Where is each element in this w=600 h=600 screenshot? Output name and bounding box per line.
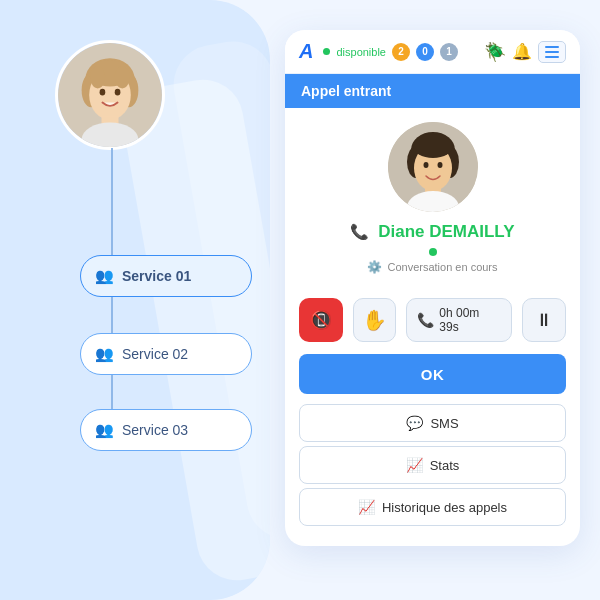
history-label: Historique des appels <box>382 500 507 515</box>
svg-point-11 <box>115 66 130 89</box>
appel-label: Appel entrant <box>301 83 391 99</box>
history-icon: 📈 <box>358 499 375 515</box>
conv-status-text: Conversation en cours <box>387 261 497 273</box>
menu-line-2 <box>545 51 559 53</box>
status-dot <box>323 48 330 55</box>
bell-icon[interactable]: 🔔 <box>512 42 532 61</box>
service-02-label: Service 02 <box>122 346 188 362</box>
hold-button[interactable]: ✋ <box>353 298 397 342</box>
hangup-button[interactable]: 📵 <box>299 298 343 342</box>
phone-widget: A disponible 2 0 1 🪲 🔔 Appel entrant <box>285 30 580 546</box>
menu-button[interactable] <box>538 41 566 63</box>
appel-bar: Appel entrant <box>285 74 580 108</box>
service-01-label: Service 01 <box>122 268 191 284</box>
history-button[interactable]: 📈 Historique des appels <box>299 488 566 526</box>
beetle-icon[interactable]: 🪲 <box>484 41 506 63</box>
menu-line-3 <box>545 56 559 58</box>
service-03[interactable]: 👥 Service 03 <box>80 409 252 451</box>
service-02[interactable]: 👥 Service 02 <box>80 333 252 375</box>
people-icon-2: 👥 <box>95 345 114 363</box>
pause-icon: ⏸ <box>535 310 553 331</box>
stats-icon: 📈 <box>406 457 423 473</box>
stats-button[interactable]: 📈 Stats <box>299 446 566 484</box>
timer-text: 0h 00m 39s <box>439 306 501 334</box>
svg-point-10 <box>90 66 105 89</box>
logo-letter: A <box>299 40 313 63</box>
sms-button[interactable]: 💬 SMS <box>299 404 566 442</box>
caller-name: 📞 Diane DEMAILLY <box>350 222 514 242</box>
spinner-icon: ⚙️ <box>367 260 382 274</box>
caller-name-text: Diane DEMAILLY <box>378 222 514 241</box>
hangup-icon: 📵 <box>310 309 332 331</box>
action-row: 📵 ✋ 📞 0h 00m 39s ⏸ <box>285 290 580 350</box>
avatar <box>55 40 165 150</box>
axialys-logo: A <box>299 40 313 63</box>
header-icons: 🪲 🔔 <box>484 41 566 63</box>
caller-avatar <box>388 122 478 212</box>
sms-label: SMS <box>430 416 458 431</box>
people-icon-3: 👥 <box>95 421 114 439</box>
caller-section: 📞 Diane DEMAILLY ⚙️ Conversation en cour… <box>285 108 580 290</box>
svg-point-17 <box>423 162 428 168</box>
svg-point-5 <box>100 89 106 96</box>
svg-point-21 <box>413 134 453 158</box>
timer-phone-icon: 📞 <box>417 312 434 328</box>
badge-blue: 0 <box>416 43 434 61</box>
svg-point-18 <box>437 162 442 168</box>
people-icon-1: 👥 <box>95 267 114 285</box>
green-dot <box>429 248 437 256</box>
timer-box: 📞 0h 00m 39s <box>406 298 512 342</box>
pause-button[interactable]: ⏸ <box>522 298 566 342</box>
status-text: disponible <box>336 46 386 58</box>
svg-point-6 <box>115 89 121 96</box>
hand-icon: ✋ <box>362 308 387 332</box>
badge-yellow: 2 <box>392 43 410 61</box>
sms-icon: 💬 <box>406 415 423 431</box>
widget-header: A disponible 2 0 1 🪲 🔔 <box>285 30 580 74</box>
badge-gray: 1 <box>440 43 458 61</box>
service-01[interactable]: 👥 Service 01 <box>80 255 252 297</box>
stats-label: Stats <box>430 458 460 473</box>
ok-button[interactable]: OK <box>299 354 566 394</box>
menu-line-1 <box>545 46 559 48</box>
status-indicator <box>429 248 437 256</box>
service-03-label: Service 03 <box>122 422 188 438</box>
